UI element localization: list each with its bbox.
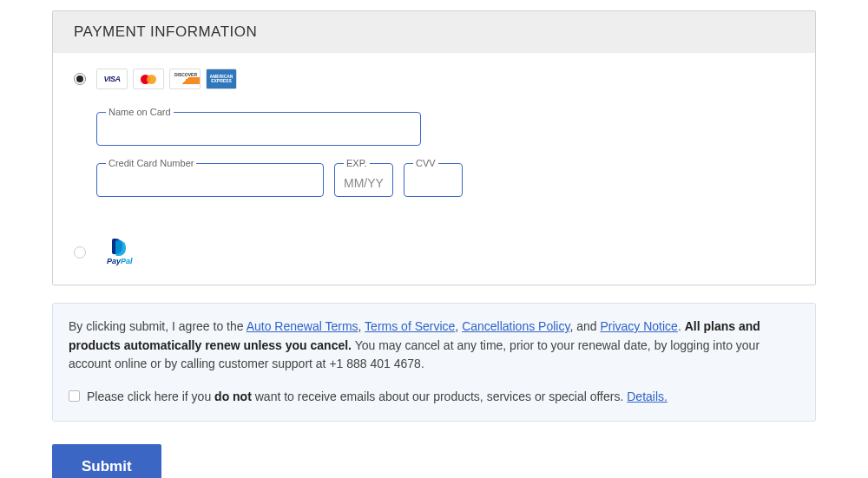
credit-card-option-row: VISA DISCOVER AMERICANEXPRESS bbox=[74, 69, 794, 89]
expiry-label: EXP. bbox=[344, 158, 370, 168]
submit-button[interactable]: Submit bbox=[52, 444, 161, 478]
mastercard-icon bbox=[133, 69, 164, 89]
paypal-option-row: PayPal bbox=[74, 239, 794, 265]
card-number-fieldset: Credit Card Number bbox=[96, 158, 324, 197]
card-number-label: Credit Card Number bbox=[106, 158, 196, 168]
name-on-card-label: Name on Card bbox=[106, 107, 174, 117]
terms-box: By clicking submit, I agree to the Auto … bbox=[52, 303, 816, 422]
card-form: Name on Card Credit Card Number EXP. CVV bbox=[74, 107, 794, 197]
expiry-input[interactable] bbox=[344, 176, 384, 190]
privacy-notice-link[interactable]: Privacy Notice bbox=[600, 319, 677, 333]
paypal-icon: PayPal bbox=[107, 239, 133, 265]
cvv-fieldset: CVV bbox=[404, 158, 463, 197]
expiry-fieldset: EXP. bbox=[334, 158, 393, 197]
name-on-card-fieldset: Name on Card bbox=[96, 107, 421, 146]
visa-icon: VISA bbox=[96, 69, 128, 89]
discover-icon: DISCOVER bbox=[169, 69, 201, 89]
auto-renewal-link[interactable]: Auto Renewal Terms bbox=[247, 319, 358, 333]
optout-checkbox[interactable] bbox=[69, 390, 80, 402]
paypal-radio[interactable] bbox=[74, 246, 86, 259]
cancellations-policy-link[interactable]: Cancellations Policy bbox=[462, 319, 569, 333]
terms-of-service-link[interactable]: Terms of Service bbox=[365, 319, 455, 333]
name-on-card-input[interactable] bbox=[106, 125, 411, 139]
optout-row: Please click here if you do not want to … bbox=[69, 388, 799, 407]
payment-information-panel: PAYMENT INFORMATION VISA DISCOVER AMERIC… bbox=[52, 10, 816, 285]
panel-body: VISA DISCOVER AMERICANEXPRESS Name on Ca… bbox=[53, 53, 815, 285]
optout-text: Please click here if you do not want to … bbox=[87, 388, 667, 407]
credit-card-radio[interactable] bbox=[74, 73, 86, 85]
panel-title: PAYMENT INFORMATION bbox=[53, 11, 815, 53]
cvv-input[interactable] bbox=[413, 176, 453, 190]
cvv-label: CVV bbox=[413, 158, 438, 168]
card-number-input[interactable] bbox=[106, 176, 314, 190]
terms-text: By clicking submit, I agree to the Auto … bbox=[69, 318, 799, 374]
optout-details-link[interactable]: Details. bbox=[627, 390, 667, 403]
card-logos: VISA DISCOVER AMERICANEXPRESS bbox=[96, 69, 237, 89]
amex-icon: AMERICANEXPRESS bbox=[206, 69, 237, 89]
